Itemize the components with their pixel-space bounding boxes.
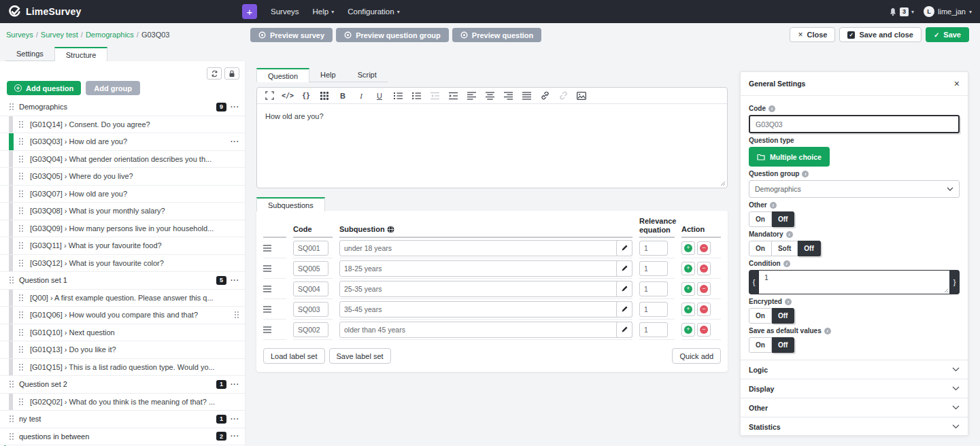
question-row[interactable]: [G01Q10] › Next question <box>0 324 245 342</box>
encrypted-on-button[interactable]: On <box>749 308 772 324</box>
subquestion-text-input[interactable] <box>339 260 632 277</box>
question-row[interactable]: [G03Q11] › What is your favourite food? <box>0 237 245 255</box>
question-row[interactable]: [G03Q05] › Where do you live? <box>0 168 245 186</box>
align-right-icon[interactable] <box>503 91 513 101</box>
question-row[interactable]: [G02Q02] › What do you think is the mean… <box>0 394 245 411</box>
subquestion-code-input[interactable] <box>293 241 328 256</box>
breadcrumb-link[interactable]: Demographics <box>86 31 134 39</box>
relevance-equation-input[interactable] <box>639 261 668 276</box>
accordion-logic[interactable]: Logic <box>741 360 968 379</box>
limesurvey-brand[interactable]: LimeSurvey <box>8 5 81 18</box>
drag-handle-icon[interactable] <box>18 345 24 354</box>
drag-handle-icon[interactable] <box>18 294 24 302</box>
save-default-off-button[interactable]: Off <box>772 337 794 353</box>
drag-handle-icon[interactable] <box>18 120 24 128</box>
add-subquestion-button[interactable]: + <box>681 262 695 275</box>
close-icon[interactable]: × <box>954 78 960 89</box>
align-justify-icon[interactable] <box>521 91 532 101</box>
accordion-statistics[interactable]: Statistics <box>741 417 968 436</box>
subquestion-text-input[interactable] <box>339 322 632 338</box>
drag-handle-icon[interactable] <box>18 328 24 337</box>
italic-icon[interactable]: I <box>356 91 367 101</box>
drag-handle-icon[interactable] <box>263 326 271 333</box>
add-group-button[interactable]: Add group <box>86 81 140 95</box>
other-off-button[interactable]: Off <box>772 211 794 227</box>
drag-handle-icon[interactable] <box>9 415 14 423</box>
add-subquestion-button[interactable]: + <box>681 241 695 255</box>
drag-handle-icon[interactable] <box>263 286 271 292</box>
remove-subquestion-button[interactable]: − <box>697 262 711 275</box>
question-row[interactable]: [G03Q08] › What is your monthly salary? <box>0 203 245 220</box>
drag-handle-icon[interactable] <box>18 311 24 319</box>
subquestion-code-input[interactable] <box>293 322 328 337</box>
remove-subquestion-button[interactable]: − <box>697 241 711 255</box>
subquestion-code-input[interactable] <box>293 281 328 296</box>
fullscreen-icon[interactable] <box>264 91 275 101</box>
quick-add-button[interactable]: Quick add <box>672 348 721 364</box>
unordered-list-icon[interactable] <box>411 91 422 101</box>
special-chars-grid-icon[interactable] <box>319 91 330 101</box>
accordion-other[interactable]: Other <box>741 398 968 417</box>
relevance-equation-input[interactable] <box>639 302 668 317</box>
group-menu-button[interactable]: ··· <box>231 415 239 423</box>
lock-button[interactable] <box>224 67 239 80</box>
drag-handle-icon[interactable] <box>18 363 24 371</box>
drag-handle-icon[interactable] <box>263 265 271 272</box>
question-row[interactable]: [G01Q14] › Consent. Do you agree? <box>0 116 245 134</box>
expression-braces-icon[interactable]: {} <box>301 91 311 101</box>
drag-handle-icon[interactable] <box>263 306 271 313</box>
add-subquestion-button[interactable]: + <box>681 303 695 316</box>
align-center-icon[interactable] <box>484 91 495 101</box>
relevance-equation-input[interactable] <box>639 322 668 337</box>
notifications-button[interactable]: 3 ▾ <box>889 7 914 16</box>
edit-subquestion-button[interactable] <box>616 322 632 338</box>
remove-subquestion-button[interactable]: − <box>697 303 711 316</box>
underline-icon[interactable]: U <box>374 91 385 101</box>
question-row[interactable]: [G03Q12] › What is your favourite color? <box>0 255 245 273</box>
tab-settings[interactable]: Settings <box>5 47 54 61</box>
nav-menu-surveys[interactable]: Surveys <box>271 7 299 16</box>
group-menu-button[interactable]: ··· <box>231 381 239 388</box>
organize-questions-button[interactable] <box>207 67 222 80</box>
question-row[interactable]: [G01Q13] › Do you like it? <box>0 341 245 359</box>
drag-handle-icon[interactable] <box>18 190 24 198</box>
question-row[interactable]: [G01Q06] › How would you compare this an… <box>0 307 245 324</box>
subquestion-text-input[interactable] <box>339 281 632 297</box>
group-row-question-set-1[interactable]: Question set 1 5··· <box>0 272 245 290</box>
mandatory-soft-button[interactable]: Soft <box>772 241 798 256</box>
mandatory-off-button[interactable]: Off <box>798 241 820 256</box>
image-icon[interactable] <box>576 91 587 101</box>
ordered-list-icon[interactable] <box>392 91 403 101</box>
drag-handle-icon[interactable] <box>18 137 24 145</box>
drag-handle-icon[interactable] <box>18 172 24 180</box>
tab-structure[interactable]: Structure <box>54 47 108 61</box>
nav-menu-configuration[interactable]: Configuration▾ <box>348 7 399 16</box>
subquestion-code-input[interactable] <box>293 302 328 317</box>
drag-handle-icon[interactable] <box>9 432 14 441</box>
encrypted-off-button[interactable]: Off <box>772 308 794 324</box>
preview-question-button[interactable]: Preview question <box>452 28 541 42</box>
bold-icon[interactable]: B <box>337 91 348 101</box>
remove-subquestion-button[interactable]: − <box>697 323 711 337</box>
save-label-set-button[interactable]: Save label set <box>329 348 391 364</box>
drag-handle-icon[interactable] <box>18 259 24 267</box>
drag-handle-icon[interactable] <box>234 311 239 319</box>
drag-handle-icon[interactable] <box>9 276 14 284</box>
group-menu-button[interactable]: ··· <box>231 432 239 440</box>
question-code-input[interactable] <box>749 115 960 133</box>
group-row-question-set-2[interactable]: Question set 2 1··· <box>0 376 245 394</box>
add-question-button[interactable]: +Add question <box>7 81 81 95</box>
condition-input[interactable]: 1 <box>759 271 949 294</box>
question-text[interactable]: How old are you? <box>257 104 727 128</box>
relevance-equation-input[interactable] <box>639 281 668 296</box>
nav-menu-help[interactable]: Help▾ <box>313 7 335 16</box>
remove-subquestion-button[interactable]: − <box>697 282 711 296</box>
question-row-selected[interactable]: [G03Q03] › How old are you?··· <box>0 133 245 151</box>
group-row-ny-test[interactable]: ny test 1··· <box>0 411 245 428</box>
preview-survey-button[interactable]: Preview survey <box>250 28 333 42</box>
outdent-icon[interactable] <box>429 91 440 101</box>
subquestion-text-input[interactable] <box>339 301 632 318</box>
edit-subquestion-button[interactable] <box>616 281 632 297</box>
subquestion-text-input[interactable] <box>339 240 632 256</box>
tab-question[interactable]: Question <box>256 68 309 82</box>
